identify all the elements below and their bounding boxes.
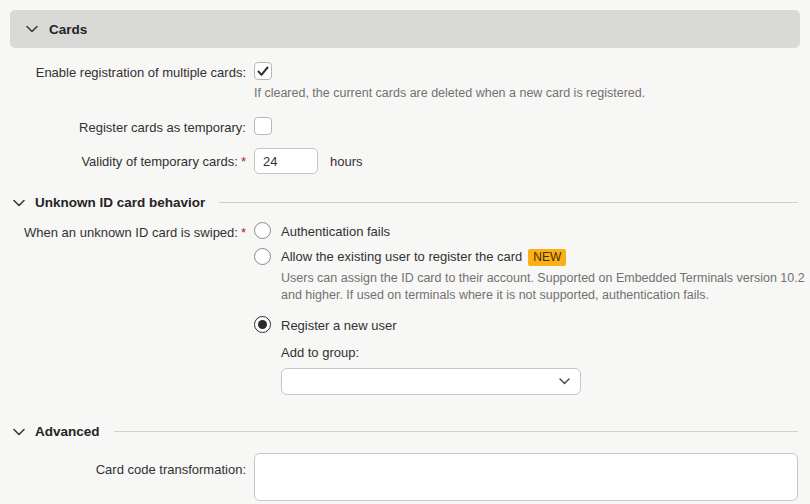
chevron-down-icon bbox=[559, 378, 570, 385]
section-header-unknown-id[interactable]: Unknown ID card behavior bbox=[13, 195, 798, 210]
radio-option-help: Users can assign the ID card to their ac… bbox=[281, 270, 810, 304]
section-rule bbox=[219, 202, 798, 203]
validity-suffix: hours bbox=[330, 154, 363, 169]
add-to-group-label: Add to group: bbox=[281, 345, 810, 360]
section-header-cards[interactable]: Cards bbox=[10, 10, 800, 48]
chevron-down-icon bbox=[13, 428, 25, 436]
radio-icon[interactable] bbox=[254, 248, 271, 265]
swiped-label: When an unknown ID card is swiped: bbox=[24, 225, 238, 240]
radio-option-authentication-fails[interactable]: Authentication fails bbox=[254, 222, 810, 240]
new-badge: NEW bbox=[528, 249, 566, 266]
section-header-advanced[interactable]: Advanced bbox=[13, 424, 798, 439]
radio-option-allow-existing-user[interactable]: Allow the existing user to register the … bbox=[254, 248, 810, 304]
temporary-cards-checkbox[interactable] bbox=[254, 117, 272, 135]
card-code-label: Card code transformation: bbox=[0, 453, 246, 478]
swiped-radio-group: Authentication fails Allow the existing … bbox=[254, 222, 810, 395]
multiple-cards-label: Enable registration of multiple cards: bbox=[0, 62, 246, 81]
section-rule bbox=[114, 431, 798, 432]
required-asterisk: * bbox=[238, 154, 246, 169]
section-title-advanced: Advanced bbox=[35, 424, 100, 439]
multiple-cards-checkbox[interactable] bbox=[254, 62, 272, 80]
section-title-cards: Cards bbox=[49, 22, 87, 37]
radio-selected-icon[interactable] bbox=[254, 316, 271, 333]
add-to-group-select[interactable] bbox=[281, 368, 581, 395]
multiple-cards-help: If cleared, the current cards are delete… bbox=[254, 85, 810, 102]
checkmark-icon bbox=[257, 66, 269, 77]
radio-label: Authentication fails bbox=[281, 222, 390, 240]
chevron-down-icon bbox=[26, 25, 38, 33]
validity-input[interactable] bbox=[254, 148, 318, 174]
validity-label: Validity of temporary cards: bbox=[81, 154, 238, 169]
radio-label: Register a new user bbox=[281, 316, 397, 334]
radio-icon[interactable] bbox=[254, 222, 271, 239]
card-code-textarea[interactable] bbox=[254, 453, 798, 501]
radio-label: Allow the existing user to register the … bbox=[281, 248, 522, 264]
radio-option-register-new-user[interactable]: Register a new user bbox=[254, 316, 810, 334]
chevron-down-icon bbox=[13, 199, 25, 207]
required-asterisk: * bbox=[238, 225, 246, 240]
section-title-unknown-id: Unknown ID card behavior bbox=[35, 195, 205, 210]
temporary-cards-label: Register cards as temporary: bbox=[0, 117, 246, 136]
